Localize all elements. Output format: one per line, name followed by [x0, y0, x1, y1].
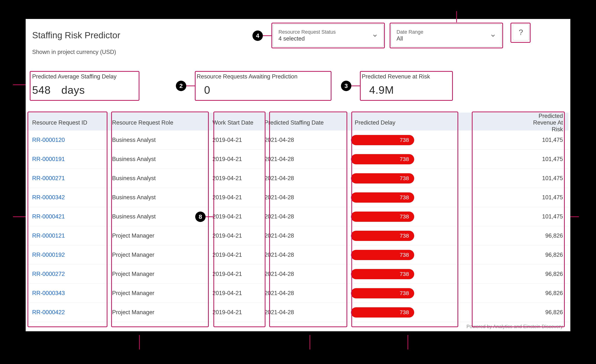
table-row: RR-0000342Business Analyst2019-04-212021…: [26, 188, 568, 207]
col-header-role[interactable]: Resource Request Role: [108, 119, 209, 126]
cell-delay: 738: [345, 269, 434, 279]
cell-start-date: 2019-04-21: [209, 252, 263, 258]
cell-pred-date: 2021-04-28: [263, 156, 345, 163]
cell-revenue: 101,475: [525, 137, 565, 143]
cell-role: Project Manager: [108, 232, 209, 239]
filter-date-range[interactable]: Date Range All: [391, 24, 502, 47]
col-header-delay[interactable]: Predicted Delay: [345, 119, 434, 126]
kpi-avg-staffing-delay: Predicted Average Staffing Delay 548 day…: [32, 73, 117, 96]
cell-revenue: 96,826: [525, 232, 565, 239]
cell-start-date: 2019-04-21: [209, 213, 263, 220]
col-header-revenue[interactable]: Predicted Revenue At Risk: [525, 113, 565, 133]
table-row: RR-0000272Project Manager2019-04-212021-…: [26, 265, 568, 284]
cell-delay: 738: [345, 231, 434, 241]
cell-revenue: 96,826: [525, 309, 565, 316]
delay-pill: 738: [351, 250, 414, 260]
cell-id-link[interactable]: RR-0000120: [26, 137, 108, 143]
callout-label-9: 9: [307, 349, 311, 357]
kpi-revenue-at-risk: Predicted Revenue at Risk 4.9M: [362, 73, 430, 96]
filter-status-label: Resource Request Status: [278, 29, 378, 35]
cell-start-date: 2019-04-21: [209, 175, 263, 182]
cell-revenue: 96,826: [525, 252, 565, 258]
cell-delay: 738: [345, 173, 434, 184]
cell-delay: 738: [345, 288, 434, 298]
table-row: RR-0000121Project Manager2019-04-212021-…: [26, 226, 568, 245]
cell-delay: 738: [345, 193, 434, 203]
cell-pred-date: 2021-04-28: [263, 175, 345, 182]
filter-date-value: All: [396, 35, 496, 42]
col-header-id[interactable]: Resource Request ID: [26, 119, 108, 126]
help-button[interactable]: ?: [513, 24, 529, 41]
table-row: RR-0000343Project Manager2019-04-212021-…: [26, 284, 568, 303]
cell-id-link[interactable]: RR-0000191: [26, 156, 108, 163]
delay-pill: 738: [351, 193, 414, 203]
footer-text: Powered by Analytics and Einstein Discov…: [466, 324, 563, 329]
cell-revenue: 101,475: [525, 156, 565, 163]
cell-start-date: 2019-04-21: [209, 232, 263, 239]
cell-start-date: 2019-04-21: [209, 309, 263, 316]
cell-pred-date: 2021-04-28: [263, 194, 345, 201]
table-header-row: Resource Request ID Resource Request Rol…: [26, 113, 568, 131]
page-title: Staffing Risk Predictor: [32, 30, 120, 40]
cell-role: Project Manager: [108, 252, 209, 258]
cell-role: Project Manager: [108, 271, 209, 277]
table-row: RR-0000192Project Manager2019-04-212021-…: [26, 245, 568, 265]
cell-role: Business Analyst: [108, 137, 209, 143]
cell-delay: 738: [345, 307, 434, 318]
table-row: RR-0000120Business Analyst2019-04-212021…: [26, 131, 568, 150]
table-body[interactable]: RR-0000120Business Analyst2019-04-212021…: [26, 131, 568, 322]
cell-start-date: 2019-04-21: [209, 290, 263, 297]
cell-id-link[interactable]: RR-0000421: [26, 213, 108, 220]
delay-pill: 738: [351, 212, 414, 222]
cell-delay: 738: [345, 135, 434, 145]
cell-pred-date: 2021-04-28: [263, 290, 345, 297]
cell-pred-date: 2021-04-28: [263, 137, 345, 143]
cell-revenue: 96,826: [525, 271, 565, 277]
data-table: Resource Request ID Resource Request Rol…: [26, 113, 568, 322]
callout-2: 2: [176, 81, 186, 91]
cell-start-date: 2019-04-21: [209, 194, 263, 201]
delay-pill: 738: [351, 288, 414, 298]
callout-label-7: 7: [137, 349, 141, 357]
kpi-value: 4.9M: [369, 84, 394, 96]
kpi-awaiting-prediction: Resource Requests Awaiting Prediction 0: [197, 73, 298, 96]
cell-id-link[interactable]: RR-0000271: [26, 175, 108, 182]
kpi-label: Resource Requests Awaiting Prediction: [197, 73, 298, 80]
cell-id-link[interactable]: RR-0000343: [26, 290, 108, 297]
cell-id-link[interactable]: RR-0000342: [26, 194, 108, 201]
cell-delay: 738: [345, 250, 434, 260]
kpi-unit: days: [61, 84, 85, 96]
table-row: RR-0000421Business Analyst2019-04-212021…: [26, 207, 568, 226]
cell-pred-date: 2021-04-28: [263, 232, 345, 239]
cell-revenue: 101,475: [525, 175, 565, 182]
cell-revenue: 101,475: [525, 213, 565, 220]
cell-revenue: 96,826: [525, 290, 565, 297]
chevron-down-icon: [372, 33, 378, 38]
delay-pill: 738: [351, 173, 414, 184]
cell-id-link[interactable]: RR-0000192: [26, 252, 108, 258]
cell-start-date: 2019-04-21: [209, 271, 263, 277]
kpi-label: Predicted Revenue at Risk: [362, 73, 430, 80]
dashboard-panel: Staffing Risk Predictor Shown in project…: [26, 19, 570, 331]
kpi-label: Predicted Average Staffing Delay: [32, 73, 117, 80]
cell-id-link[interactable]: RR-0000422: [26, 309, 108, 316]
callout-8: 8: [195, 212, 206, 222]
cell-start-date: 2019-04-21: [209, 156, 263, 163]
filter-resource-request-status[interactable]: Resource Request Status 4 selected: [273, 24, 384, 47]
cell-role: Business Analyst: [108, 156, 209, 163]
cell-role: Project Manager: [108, 309, 209, 316]
delay-pill: 738: [351, 135, 414, 145]
cell-id-link[interactable]: RR-0000272: [26, 271, 108, 277]
cell-revenue: 101,475: [525, 194, 565, 201]
cell-id-link[interactable]: RR-0000121: [26, 232, 108, 239]
col-header-start[interactable]: Work Start Date: [209, 119, 263, 126]
col-header-pred-date[interactable]: Predicted Staffing Date: [263, 119, 345, 126]
delay-pill: 738: [351, 154, 414, 164]
cell-role: Business Analyst: [108, 194, 209, 201]
filter-date-label: Date Range: [396, 29, 496, 35]
cell-pred-date: 2021-04-28: [263, 309, 345, 316]
callout-label-1: 1: [7, 80, 11, 88]
callout-label-6: 6: [7, 212, 11, 220]
cell-delay: 738: [345, 154, 434, 164]
kpi-value: 548: [32, 84, 51, 96]
